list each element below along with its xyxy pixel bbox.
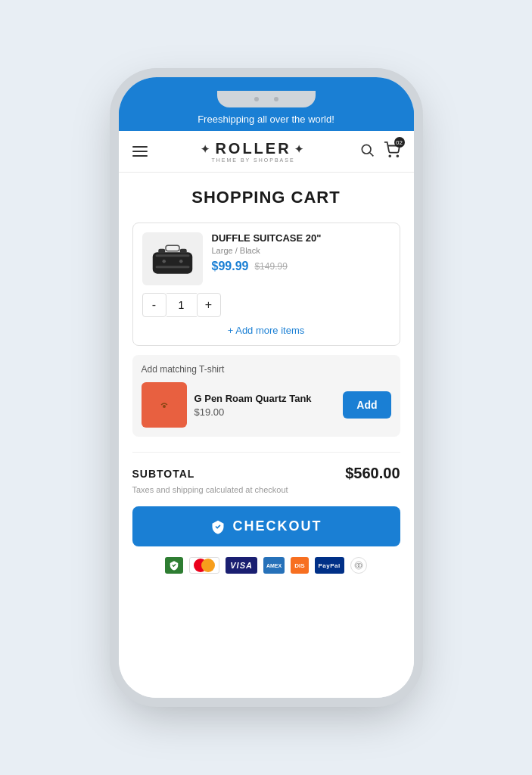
logo-leaf-right: ✦: [294, 143, 306, 155]
payment-methods: VISA AMEX DIS PayPal: [132, 557, 400, 574]
item-variant: Large / Black: [212, 246, 390, 255]
header-icons: 02: [359, 142, 400, 161]
svg-rect-7: [155, 254, 189, 257]
logo-text: ✦ ROLLER ✦: [201, 140, 305, 157]
upsell-item: G Pen Roam Quartz Tank $19.00 Add: [142, 382, 391, 428]
upsell-product-name: G Pen Roam Quartz Tank: [194, 393, 336, 404]
svg-point-10: [162, 259, 166, 263]
mastercard-circles: [194, 559, 215, 572]
app-header: ✦ ROLLER ✦ THEME BY SHOPBASE: [119, 131, 414, 173]
svg-rect-8: [155, 266, 189, 268]
svg-point-15: [358, 564, 362, 568]
svg-point-2: [389, 155, 390, 157]
subtotal-amount: $560.00: [345, 465, 400, 482]
svg-point-14: [356, 564, 359, 568]
svg-point-11: [179, 259, 183, 263]
qty-decrease-button[interactable]: -: [142, 293, 166, 317]
price-original: $149.99: [254, 261, 287, 272]
phone-frame: Freeshipping all over the world! ✦ ROLLE…: [119, 77, 414, 698]
subtotal-row: SUBTOTAL $560.00: [132, 465, 400, 482]
notch-area: Freeshipping all over the world!: [119, 77, 414, 131]
main-content: SHOPPING CART: [119, 173, 414, 598]
item-details: DUFFLE SUITCASE 20" Large / Black $99.99…: [212, 232, 390, 273]
svg-rect-9: [166, 245, 179, 251]
upsell-heading: Add matching T-shirt: [142, 364, 391, 375]
upsell-card: Add matching T-shirt G Pen Roam Quartz T…: [132, 355, 400, 437]
payment-badge-paypal: PayPal: [315, 557, 344, 574]
qty-value: 1: [166, 293, 197, 317]
shield-icon: [210, 519, 226, 534]
subtotal-section: SUBTOTAL $560.00 Taxes and shipping calc…: [132, 452, 400, 583]
price-current: $99.99: [212, 260, 249, 273]
subtotal-label: SUBTOTAL: [132, 468, 195, 480]
payment-badge-amex: AMEX: [263, 557, 285, 574]
payment-badge-mastercard: [189, 557, 219, 574]
cart-item-card: DUFFLE SUITCASE 20" Large / Black $99.99…: [132, 223, 400, 346]
logo: ✦ ROLLER ✦ THEME BY SHOPBASE: [201, 140, 305, 163]
qty-increase-button[interactable]: +: [197, 293, 221, 317]
cart-badge: 02: [394, 137, 405, 148]
quantity-control: - 1 +: [142, 293, 390, 317]
tax-note: Taxes and shipping calculated at checkou…: [132, 485, 400, 494]
upsell-price: $19.00: [194, 406, 336, 418]
logo-subtext: THEME BY SHOPBASE: [211, 157, 294, 163]
checkout-button[interactable]: CHECKOUT: [132, 506, 400, 546]
payment-badge-diners: [350, 557, 367, 574]
page-title: SHOPPING CART: [132, 188, 400, 207]
cart-icon[interactable]: 02: [384, 142, 400, 161]
item-price-row: $99.99 $149.99: [212, 260, 390, 273]
add-more-link[interactable]: + Add more items: [142, 325, 390, 336]
notch: [217, 91, 316, 107]
menu-icon[interactable]: [132, 146, 148, 157]
logo-leaf-left: ✦: [201, 143, 212, 155]
payment-badge-visa: VISA: [226, 557, 257, 574]
upsell-image: [142, 382, 187, 428]
svg-rect-5: [158, 248, 165, 253]
item-name: DUFFLE SUITCASE 20": [212, 232, 390, 244]
notch-dot-right: [274, 97, 278, 101]
payment-badge-discover: DIS: [291, 557, 308, 574]
upsell-details: G Pen Roam Quartz Tank $19.00: [194, 393, 336, 418]
item-image: [142, 232, 203, 285]
svg-point-3: [397, 155, 398, 157]
svg-line-1: [369, 153, 373, 157]
free-shipping-banner: Freeshipping all over the world!: [119, 107, 414, 131]
svg-rect-6: [179, 248, 186, 253]
svg-point-12: [163, 405, 166, 408]
svg-point-13: [355, 562, 362, 569]
search-icon[interactable]: [359, 142, 375, 160]
upsell-add-button[interactable]: Add: [343, 391, 390, 419]
phone-content: ✦ ROLLER ✦ THEME BY SHOPBASE: [119, 131, 414, 698]
notch-dot-left: [254, 97, 259, 101]
cart-item-top: DUFFLE SUITCASE 20" Large / Black $99.99…: [142, 232, 390, 285]
payment-badge-webtrust: [165, 557, 183, 574]
svg-point-0: [362, 145, 371, 154]
